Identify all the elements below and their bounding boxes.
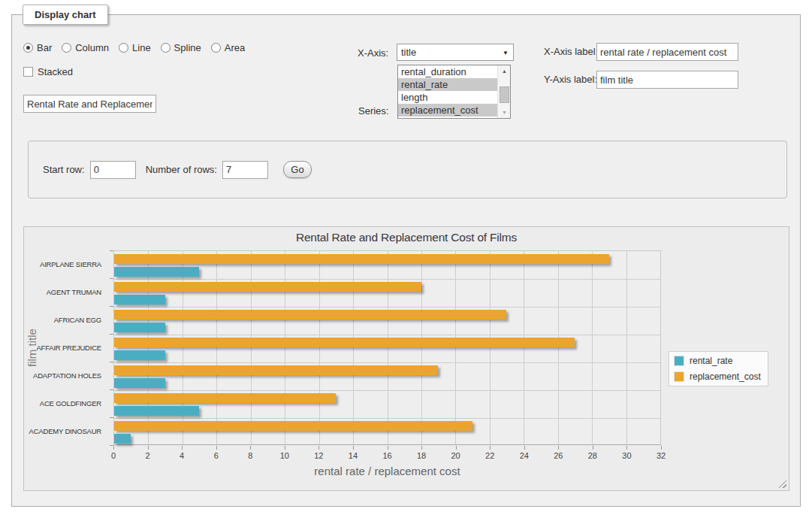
bar-row: [114, 418, 660, 446]
series-option-length[interactable]: length: [398, 91, 497, 104]
x-tick: [456, 446, 457, 450]
y-tick: [110, 389, 113, 390]
y-category-label: AGENT TRUMAN: [24, 278, 101, 306]
y-tick: [110, 306, 113, 307]
num-rows-label: Number of rows:: [146, 164, 217, 175]
rows-form: Start row: Number of rows: Go: [28, 141, 787, 198]
radio-icon[interactable]: [23, 43, 33, 53]
start-row-label: Start row:: [43, 164, 85, 175]
bar-rental_rate-airplane-sierra: [114, 267, 199, 277]
bar-replacement_cost-adaptation-holes: [114, 365, 438, 375]
go-button[interactable]: Go: [283, 161, 312, 178]
bar-rental_rate-agent-truman: [114, 295, 165, 304]
bar-rental_rate-ace-goldfinger: [114, 406, 199, 416]
legend-label: rental_rate: [690, 356, 732, 366]
x-tick: [593, 446, 593, 450]
y-tick: [110, 362, 113, 362]
page: Display chart BarColumnLineSplineArea St…: [0, 0, 812, 512]
bar-row: [114, 362, 660, 390]
y-category-label: AIRPLANE SIERRA: [24, 250, 101, 278]
x-axis-label-label: X-Axis label:: [544, 46, 598, 57]
radio-icon[interactable]: [161, 43, 171, 53]
legend-swatch-icon: [674, 371, 684, 382]
x-tick-label: 6: [214, 451, 219, 460]
resize-grip-icon[interactable]: [778, 480, 786, 488]
start-row-input[interactable]: [90, 161, 136, 179]
radio-label: Line: [132, 42, 151, 53]
y-tick: [110, 334, 113, 335]
scroll-up-icon[interactable]: ▲: [498, 65, 511, 77]
panel-title: Display chart: [23, 5, 108, 25]
bar-replacement_cost-african-egg: [114, 310, 506, 320]
bar-replacement_cost-ace-goldfinger: [114, 393, 336, 403]
y-tick: [110, 278, 113, 279]
bar-row: [114, 307, 660, 335]
x-tick: [421, 446, 422, 450]
x-tick-label: 20: [451, 451, 460, 460]
x-tick-label: 18: [417, 451, 426, 460]
bar-replacement_cost-agent-truman: [114, 282, 421, 292]
x-axis-select[interactable]: title ▼: [397, 44, 514, 61]
y-axis-label-label: Y-Axis label:: [544, 74, 597, 85]
x-tick: [353, 446, 354, 450]
chart-type-radio-area[interactable]: Area: [211, 42, 245, 53]
radio-label: Area: [225, 42, 245, 53]
x-tick-label: 26: [554, 451, 563, 460]
checkbox-icon[interactable]: [23, 67, 33, 77]
x-tick: [285, 446, 285, 450]
series-option-rental_duration[interactable]: rental_duration: [398, 65, 497, 78]
legend-item-rental_rate[interactable]: rental_rate: [674, 356, 761, 366]
bar-rental_rate-affair-prejudice: [114, 350, 165, 360]
y-axis-label-input[interactable]: [596, 71, 738, 89]
series-scrollbar[interactable]: ▲ ▼: [497, 65, 510, 118]
scroll-down-icon[interactable]: ▼: [498, 107, 511, 118]
x-tick-label: 22: [485, 451, 494, 460]
stacked-label: Stacked: [38, 66, 73, 77]
x-tick-label: 2: [146, 451, 150, 460]
x-axis-label-input[interactable]: [596, 43, 738, 61]
legend-label: replacement_cost: [690, 371, 761, 382]
x-tick-label: 32: [657, 451, 666, 460]
legend-item-replacement_cost[interactable]: replacement_cost: [674, 371, 761, 382]
num-rows-input[interactable]: [222, 161, 268, 179]
chart-type-radio-bar[interactable]: Bar: [23, 42, 52, 53]
stacked-checkbox[interactable]: Stacked: [23, 66, 73, 77]
legend-swatch-icon: [674, 356, 684, 366]
x-tick: [661, 446, 662, 450]
x-tick: [148, 446, 149, 450]
radio-icon[interactable]: [119, 43, 128, 53]
plot-area: [113, 250, 661, 445]
y-tick: [110, 250, 113, 251]
series-option-replacement_cost[interactable]: replacement_cost: [398, 104, 497, 117]
y-tick: [110, 417, 113, 418]
chart-type-radios: BarColumnLineSplineArea: [23, 42, 245, 53]
chart-title-input[interactable]: [23, 95, 156, 113]
chevron-down-icon: ▼: [503, 50, 509, 56]
x-tick-label: 12: [314, 451, 323, 460]
radio-icon[interactable]: [62, 43, 71, 53]
x-tick: [250, 446, 251, 450]
scrollbar-thumb[interactable]: [500, 86, 509, 103]
x-tick: [626, 446, 627, 450]
radio-label: Spline: [174, 42, 201, 53]
y-category-label: AFRICAN EGG: [24, 306, 101, 334]
series-option-rental_rate[interactable]: rental_rate: [398, 78, 497, 91]
radio-label: Bar: [37, 42, 52, 53]
bar-replacement_cost-academy-dinosaur: [114, 421, 472, 431]
y-category-label: ACE GOLDFINGER: [24, 389, 101, 417]
bar-row: [114, 390, 660, 418]
chart-legend: rental_ratereplacement_cost: [669, 351, 768, 386]
chart-type-radio-spline[interactable]: Spline: [161, 42, 201, 53]
bar-rental_rate-academy-dinosaur: [114, 434, 131, 444]
chart-type-radio-line[interactable]: Line: [119, 42, 151, 53]
category-labels: AIRPLANE SIERRAAGENT TRUMANAFRICAN EGGAF…: [24, 250, 107, 445]
x-tick: [216, 446, 217, 450]
y-category-label: AFFAIR PREJUDICE: [24, 334, 101, 362]
x-tick: [490, 446, 491, 450]
chart-type-radio-column[interactable]: Column: [62, 42, 109, 53]
chart-x-axis-title: rental rate / replacement cost: [113, 465, 661, 477]
bar-row: [114, 251, 660, 279]
series-list-label: Series:: [358, 105, 388, 117]
radio-icon[interactable]: [211, 43, 221, 53]
series-listbox[interactable]: rental_durationrental_ratelengthreplacem…: [397, 65, 511, 119]
